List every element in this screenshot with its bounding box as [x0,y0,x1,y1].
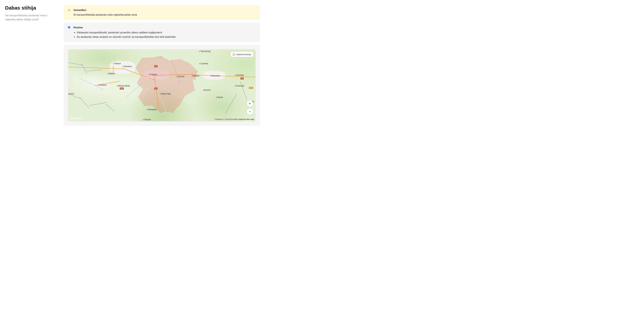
legend-label: Skartā teritorija [236,53,251,56]
attribution-improve-link[interactable]: Improve this map [239,118,254,120]
mapbox-logo-text: mapbox [74,117,82,120]
road-shield-s52: S52 [120,88,124,90]
svg-rect-4 [69,27,69,27]
mapbox-logo: ◯ mapbox [70,117,82,120]
svg-rect-1 [69,10,69,11]
svg-rect-3 [69,27,69,28]
map-zoom-controls: + − [247,100,253,115]
alert-warning-text: Šī transportlīdzekļa atrašanās vieta reģ… [74,13,256,17]
legend-swatch-icon [233,53,235,56]
mapbox-logo-icon: ◯ [70,117,73,120]
svg-rect-0 [69,10,69,10]
map-road [113,66,113,73]
page-subtitle: Vai transportlīdzekļa atrašanās vieta ir… [5,14,57,22]
sidebar: Dabas stihija Vai transportlīdzekļa atra… [5,5,57,126]
alert-info-item: šis atrašanās vietas ieraksts ne vienmēr… [77,35,256,39]
alert-info-title: Piezīme [74,26,256,30]
zoom-in-button[interactable]: + [247,100,253,107]
alert-info-item: Pārbaudot transportlīdzekli, pievērsiet … [77,30,256,34]
attribution-mapbox-link[interactable]: © Mapbox [214,118,223,120]
alert-warning: Uzmanību! Šī transportlīdzekļa atrašanās… [64,5,260,20]
map-attribution: © Mapbox © OpenStreetMap Improve this ma… [214,118,254,120]
warning-icon [68,8,71,12]
zoom-out-button[interactable]: − [247,108,253,115]
info-icon [68,26,71,29]
map[interactable]: S7 S7 S52 A4 M11 Gliwice Katowice Rybnik… [68,49,256,122]
road-shield-m11: M11 [249,87,253,89]
main-content: Uzmanību! Šī transportlīdzekļa atrašanās… [64,5,260,126]
page-title: Dabas stihija [5,5,57,11]
map-legend: Skartā teritorija [231,52,253,57]
alert-info: Piezīme Pārbaudot transportlīdzekli, pie… [64,22,260,42]
map-container: S7 S7 S52 A4 M11 Gliwice Katowice Rybnik… [64,45,260,126]
road-shield-s7: S7 [154,88,158,90]
alert-warning-title: Uzmanību! [74,8,256,12]
road-shield-s7: S7 [154,65,158,67]
attribution-osm-link[interactable]: © OpenStreetMap [224,118,238,120]
road-shield-a4: A4 [240,78,244,80]
